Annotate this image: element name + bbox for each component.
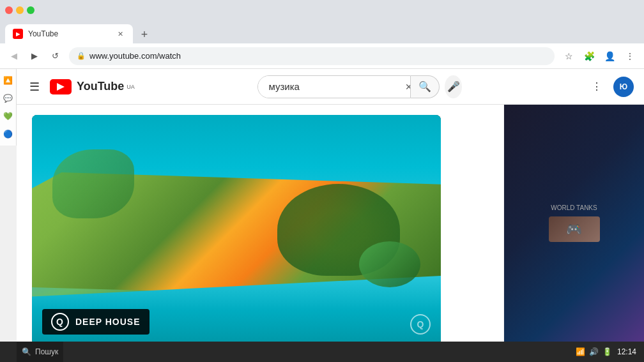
address-text: www.youtube.com/watch (89, 51, 181, 61)
landscape-forest-left (52, 149, 134, 218)
bottom-search-label: Пошук (35, 347, 58, 356)
browser-chrome: ▶ YouTube ✕ + ◀ ▶ ↺ 🔒 www.youtube.com/wa… (0, 0, 644, 70)
search-bar: ✕ (257, 75, 411, 98)
youtube-body: Q DEEP HOUSE Q Найкраща музика 2024 🎵 Хі… (17, 105, 644, 342)
bookmark-star-btn[interactable]: ☆ (560, 47, 578, 65)
header-right-actions: ⋮ Ю (585, 75, 634, 98)
dock-icon-whatsapp[interactable]: 💚 (2, 110, 15, 123)
taskbar-time: 12:14 (617, 347, 636, 356)
youtube-page: ☰ YouTubeUA ✕ 🔍 🎤 ⋮ Ю (17, 69, 644, 342)
left-dock: 🔼 💬 💚 🔵 (0, 69, 17, 146)
dock-icon-telegram[interactable]: 🔵 (2, 128, 15, 140)
tab-close-btn[interactable]: ✕ (115, 29, 125, 39)
forward-btn[interactable]: ▶ (26, 47, 43, 65)
landscape-forest-right (359, 241, 420, 287)
tank-icon: 🎮 (566, 222, 582, 237)
nav-bar: ◀ ▶ ↺ 🔒 www.youtube.com/watch ☆ 🧩 👤 ⋮ (0, 43, 644, 69)
search-clear-btn[interactable]: ✕ (400, 82, 411, 92)
youtube-header: ☰ YouTubeUA ✕ 🔍 🎤 ⋮ Ю (17, 69, 644, 105)
title-bar (0, 0, 644, 20)
reload-btn[interactable]: ↺ (46, 47, 64, 65)
tab-title: YouTube (28, 29, 110, 38)
search-area: ✕ 🔍 🎤 (142, 75, 578, 98)
profile-btn[interactable]: 👤 (601, 47, 618, 65)
dock-icon-app1[interactable]: 🔼 (2, 74, 15, 87)
notifications-btn[interactable]: ⋮ (585, 75, 608, 98)
video-landscape-bg (32, 115, 441, 342)
youtube-sidebar: WORLD TANKS 🎮 (503, 105, 644, 342)
minimize-window-btn[interactable] (16, 6, 24, 14)
volume-icon: 🔊 (589, 347, 599, 356)
browser-nav-icons-right: ☆ 🧩 👤 ⋮ (560, 47, 639, 65)
extensions-btn[interactable]: 🧩 (580, 47, 598, 65)
search-input[interactable] (258, 76, 400, 98)
ad-label: WORLD TANKS (551, 204, 597, 211)
taskbar: 📶 🔊 🔋 12:14 (0, 342, 644, 362)
video-watermark: Q (410, 314, 431, 335)
youtube-logo[interactable]: YouTubeUA (50, 79, 135, 94)
network-icon: 📶 (576, 347, 585, 356)
overlay-q-icon: Q (51, 313, 69, 331)
bottom-search-bar[interactable]: 🔍 Пошук (17, 342, 63, 362)
youtube-menu-btn[interactable]: ☰ (27, 77, 42, 96)
lock-icon: 🔒 (77, 52, 86, 60)
video-overlay-label: Q DEEP HOUSE (42, 309, 150, 335)
sidebar-ad[interactable]: WORLD TANKS 🎮 (504, 105, 644, 342)
voice-search-btn[interactable]: 🎤 (445, 75, 462, 98)
search-submit-btn[interactable]: 🔍 (411, 75, 440, 98)
video-thumbnail: Q DEEP HOUSE Q (32, 115, 441, 342)
new-tab-btn[interactable]: + (135, 26, 153, 43)
ad-image: 🎮 (549, 216, 600, 242)
youtube-country-badge: UA (126, 84, 135, 90)
maximize-window-btn[interactable] (27, 6, 34, 14)
overlay-label-text: DEEP HOUSE (75, 317, 141, 327)
battery-icon: 🔋 (602, 347, 612, 356)
browser-menu-btn[interactable]: ⋮ (621, 47, 639, 65)
back-btn[interactable]: ◀ (5, 47, 23, 65)
sidebar-preview: WORLD TANKS 🎮 (504, 105, 644, 342)
close-window-btn[interactable] (5, 6, 13, 14)
youtube-main-content: Q DEEP HOUSE Q Найкраща музика 2024 🎵 Хі… (17, 105, 503, 342)
youtube-logo-icon (50, 79, 72, 94)
youtube-logo-text: YouTube (77, 80, 124, 93)
tab-favicon: ▶ (13, 29, 23, 39)
bottom-search-icon: 🔍 (22, 347, 31, 356)
tab-bar: ▶ YouTube ✕ + (0, 20, 644, 43)
video-player[interactable]: Q DEEP HOUSE Q (32, 115, 441, 342)
dock-icon-messenger[interactable]: 💬 (2, 92, 15, 105)
address-bar[interactable]: 🔒 www.youtube.com/watch (69, 47, 555, 65)
active-browser-tab[interactable]: ▶ YouTube ✕ (5, 24, 133, 43)
user-avatar[interactable]: Ю (613, 77, 634, 97)
taskbar-system-icons: 📶 🔊 🔋 (576, 347, 612, 356)
search-group: ✕ 🔍 🎤 (257, 75, 462, 98)
